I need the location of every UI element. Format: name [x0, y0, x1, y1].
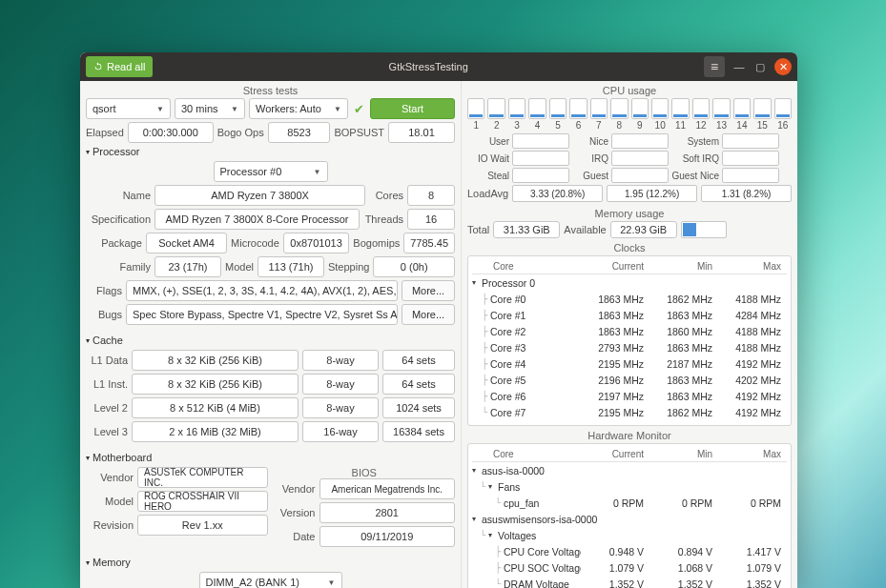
proc-microcode-field: 0x8701013: [283, 233, 350, 253]
mobo-vendor-field: ASUSTeK COMPUTER INC.: [137, 467, 268, 488]
user-field: [512, 133, 569, 149]
tree-row[interactable]: ▾Processor 0: [472, 274, 787, 291]
motherboard-expander[interactable]: ▾Motherboard: [86, 452, 455, 463]
cache-size-field: 8 x 512 KiB (4 MiB): [132, 397, 299, 418]
cache-expander[interactable]: ▾Cache: [86, 335, 455, 346]
tree-row[interactable]: ├Core #52196 MHz1863 MHz4202 MHz: [472, 372, 787, 388]
proc-flags-field: MMX, (+), SSE(1, 2, 3, 3S, 4.1, 4.2, 4A)…: [126, 280, 398, 301]
chevron-down-icon[interactable]: ▾: [488, 482, 498, 491]
chevron-down-icon[interactable]: ▾: [472, 278, 482, 287]
loadavg-1: 3.33 (20.8%): [512, 185, 603, 202]
duration-dropdown[interactable]: 30 mins▼: [175, 98, 245, 119]
cpu-core-bar: [733, 98, 751, 119]
cpu-core-bar: [487, 98, 505, 119]
cpu-usage-bars: [467, 98, 792, 119]
read-all-label: Read all: [107, 61, 145, 72]
chevron-down-icon: ▼: [328, 578, 336, 587]
cpu-core-bar: [753, 98, 771, 119]
hwmon-title: Hardware Monitor: [467, 430, 792, 441]
loadavg-5: 1.95 (12.2%): [607, 185, 697, 202]
app-window: Read all GtkStressTesting ≡ — ▢ ✕ Stress…: [80, 52, 797, 588]
chevron-down-icon: ▾: [86, 558, 90, 567]
tree-row[interactable]: ├Core #01863 MHz1862 MHz4188 MHz: [472, 291, 787, 307]
tree-row[interactable]: └cpu_fan0 RPM0 RPM0 RPM: [472, 495, 787, 511]
cache-sets-field: 16384 sets: [382, 421, 455, 442]
tree-row[interactable]: ▾asus-isa-0000: [472, 462, 787, 478]
bios-date-field: 09/11/2019: [319, 526, 456, 547]
tree-row[interactable]: └Core #72195 MHz1862 MHz4192 MHz: [472, 404, 787, 420]
minimize-button[interactable]: —: [732, 60, 746, 73]
workers-dropdown[interactable]: Workers: Auto▼: [249, 98, 348, 119]
mem-total-field: 31.33 GiB: [493, 221, 560, 238]
cpu-core-bar: [549, 98, 567, 119]
proc-family-field: 23 (17h): [155, 256, 221, 277]
cpu-core-bar: [467, 98, 484, 119]
bios-vendor-field: American Megatrends Inc.: [319, 478, 456, 499]
chevron-down-icon: ▼: [231, 105, 238, 113]
tree-row[interactable]: ├Core #42195 MHz2187 MHz4192 MHz: [472, 355, 787, 372]
nice-field: [611, 133, 669, 149]
tree-row[interactable]: ├Core #62197 MHz1863 MHz4192 MHz: [472, 388, 787, 404]
bios-title: BIOS: [274, 467, 456, 478]
close-button[interactable]: ✕: [774, 58, 792, 75]
cpu-core-bar: [774, 98, 792, 119]
guestnice-field: [722, 168, 779, 183]
cpu-core-bar: [692, 98, 710, 119]
memory-slot-dropdown[interactable]: DIMM_A2 (BANK 1)▼: [199, 572, 342, 588]
elapsed-label: Elapsed: [86, 127, 124, 138]
tree-row[interactable]: └▾Voltages: [472, 527, 787, 543]
tree-row[interactable]: ▾asuswmisensors-isa-0000: [472, 511, 787, 527]
start-button[interactable]: Start: [370, 98, 455, 119]
chevron-down-icon[interactable]: ▾: [488, 531, 498, 539]
cache-way-field: 8-way: [302, 350, 379, 371]
tree-row[interactable]: ├Core #21863 MHz1860 MHz4188 MHz: [472, 323, 787, 339]
memory-usage-title: Memory usage: [467, 208, 792, 219]
memory-expander[interactable]: ▾Memory: [86, 557, 455, 568]
check-icon: ✔: [352, 102, 366, 116]
cpu-core-bar: [651, 98, 669, 119]
tree-row[interactable]: ├CPU Core Voltage0.948 V0.894 V1.417 V: [472, 543, 787, 559]
tree-row[interactable]: ├Core #11863 MHz1863 MHz4284 MHz: [472, 307, 787, 323]
chevron-down-icon[interactable]: ▾: [472, 466, 482, 475]
flags-more-button[interactable]: More...: [402, 280, 455, 301]
proc-model-field: 113 (71h): [258, 256, 324, 277]
tree-row[interactable]: ├CPU SOC Voltage1.079 V1.068 V1.079 V: [472, 559, 787, 576]
clocks-table: Core Current Min Max ▾Processor 0 ├Core …: [467, 255, 792, 426]
chevron-down-icon: ▼: [156, 105, 164, 113]
refresh-icon: [93, 62, 103, 71]
cpu-bar-numbers: 12345678910111213141516: [467, 120, 792, 131]
chevron-down-icon: ▼: [314, 168, 321, 176]
proc-name-field: AMD Ryzen 7 3800X: [155, 185, 365, 206]
cpu-core-bar: [528, 98, 546, 119]
proc-stepping-field: 0 (0h): [373, 256, 455, 277]
mobo-revision-field: Rev 1.xx: [137, 515, 268, 536]
bios-version-field: 2801: [319, 502, 456, 523]
bugs-more-button[interactable]: More...: [402, 304, 455, 325]
processor-expander[interactable]: ▾Processor: [86, 146, 455, 157]
stress-method-dropdown[interactable]: qsort▼: [86, 98, 171, 119]
memory-usage-bar: [681, 221, 727, 238]
cache-size-field: 2 x 16 MiB (32 MiB): [132, 421, 299, 442]
chevron-down-icon: ▾: [86, 148, 90, 156]
softirq-field: [722, 151, 779, 166]
steal-field: [512, 168, 569, 183]
cache-size-field: 8 x 32 KiB (256 KiB): [132, 350, 299, 371]
cpu-core-bar: [569, 98, 587, 119]
system-field: [722, 133, 779, 149]
cpu-core-bar: [610, 98, 628, 119]
maximize-button[interactable]: ▢: [753, 60, 767, 73]
cache-way-field: 8-way: [302, 397, 379, 418]
irq-field: [611, 151, 669, 166]
iowait-field: [512, 151, 569, 166]
cpu-usage-title: CPU usage: [467, 85, 792, 96]
tree-row[interactable]: ├Core #32793 MHz1863 MHz4188 MHz: [472, 339, 787, 355]
read-all-button[interactable]: Read all: [86, 56, 153, 77]
hamburger-menu-button[interactable]: ≡: [704, 56, 725, 77]
proc-spec-field: AMD Ryzen 7 3800X 8-Core Processor: [155, 209, 360, 230]
processor-selector-dropdown[interactable]: Processor #0▼: [214, 161, 328, 182]
tree-row[interactable]: └DRAM Voltage1.352 V1.352 V1.352 V: [472, 576, 787, 588]
clocks-title: Clocks: [467, 242, 792, 253]
chevron-down-icon[interactable]: ▾: [472, 515, 482, 523]
tree-row[interactable]: └▾Fans: [472, 478, 787, 495]
window-title: GtkStressTesting: [153, 61, 704, 72]
